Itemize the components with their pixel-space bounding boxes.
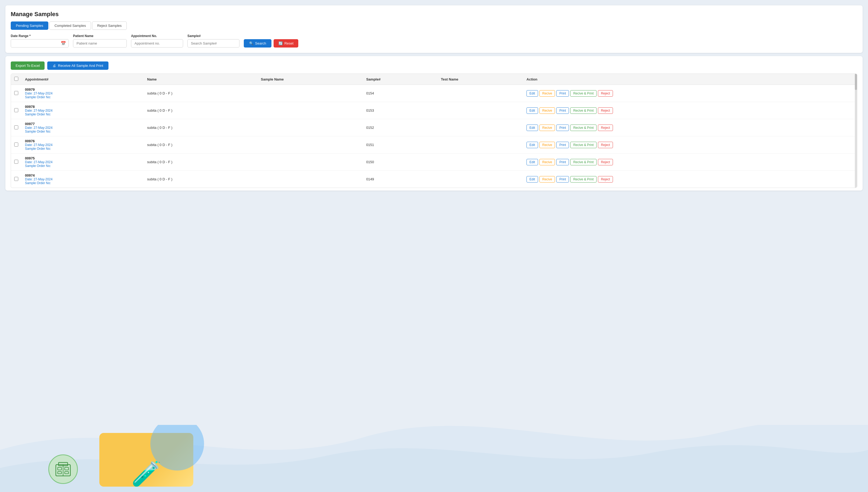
- row-appointment-0: 00979 Date: 27-May-2024 Sample Order No:: [22, 85, 144, 102]
- reject-button-0[interactable]: Reject: [598, 90, 613, 97]
- print-button-2[interactable]: Print: [556, 125, 569, 131]
- row-actions-4: Edit Recive Print Recive & Print Reject: [523, 153, 857, 171]
- svg-rect-6: [65, 472, 69, 474]
- wave-decoration: [0, 425, 868, 492]
- tab-reject[interactable]: Reject Samples: [92, 22, 127, 30]
- receive-button-2[interactable]: Recive: [539, 125, 555, 131]
- receive-all-button[interactable]: 🖨 Receive All Sample And Print: [47, 62, 108, 70]
- tab-completed[interactable]: Completed Samples: [49, 22, 91, 30]
- row-test-name-0: [438, 85, 523, 102]
- patient-name-input[interactable]: [73, 39, 127, 48]
- filter-buttons: 🔍 Search 🔄 Reset: [244, 39, 298, 48]
- print-button-4[interactable]: Print: [556, 159, 569, 165]
- row-appointment-1: 00978 Date: 27-May-2024 Sample Order No:: [22, 102, 144, 119]
- receive-button-0[interactable]: Recive: [539, 90, 555, 97]
- row-checkbox-3[interactable]: [14, 143, 18, 147]
- row-test-name-1: [438, 102, 523, 119]
- row-actions-5: Edit Recive Print Recive & Print Reject: [523, 171, 857, 188]
- row-appointment-3: 00976 Date: 27-May-2024 Sample Order No:: [22, 137, 144, 153]
- edit-button-4[interactable]: Edit: [527, 159, 538, 165]
- receive-print-button-3[interactable]: Recive & Print: [570, 142, 597, 148]
- row-sample-name-4: [258, 153, 363, 171]
- reject-button-2[interactable]: Reject: [598, 125, 613, 131]
- col-select: [11, 74, 22, 85]
- receive-print-button-1[interactable]: Recive & Print: [570, 107, 597, 114]
- col-sample-no: Sample#: [363, 74, 438, 85]
- row-appointment-5: 00974 Date: 27-May-2024 Sample Order No:: [22, 171, 144, 188]
- samples-table: Appointment# Name Sample Name Sample# Te…: [11, 74, 857, 188]
- receive-print-button-0[interactable]: Recive & Print: [570, 90, 597, 97]
- patient-name-group: Patient Name: [73, 34, 127, 48]
- svg-rect-1: [58, 463, 68, 466]
- export-excel-button[interactable]: Export To Excel: [11, 62, 45, 70]
- reject-button-4[interactable]: Reject: [598, 159, 613, 165]
- date-range-group: Date Range * May 19, 2024 - June 17, 202…: [11, 34, 69, 48]
- appointment-no-input[interactable]: [131, 39, 183, 48]
- reject-button-3[interactable]: Reject: [598, 142, 613, 148]
- svg-rect-5: [65, 467, 69, 470]
- green-circle-decoration: [48, 454, 78, 484]
- table-row: 00975 Date: 27-May-2024 Sample Order No:…: [11, 153, 857, 171]
- receive-button-3[interactable]: Recive: [539, 142, 555, 148]
- receive-button-1[interactable]: Recive: [539, 107, 555, 114]
- select-all-checkbox[interactable]: [14, 77, 18, 81]
- svg-rect-0: [56, 465, 70, 476]
- row-actions-0: Edit Recive Print Recive & Print Reject: [523, 85, 857, 102]
- receive-print-button-4[interactable]: Recive & Print: [570, 159, 597, 165]
- row-sample-no-4: 0150: [363, 153, 438, 171]
- row-actions-1: Edit Recive Print Recive & Print Reject: [523, 102, 857, 119]
- row-checkbox-cell: [11, 85, 22, 102]
- reject-button-1[interactable]: Reject: [598, 107, 613, 114]
- row-sample-name-1: [258, 102, 363, 119]
- reset-button[interactable]: 🔄 Reset: [273, 39, 298, 48]
- print-button-3[interactable]: Print: [556, 142, 569, 148]
- row-sample-no-0: 0154: [363, 85, 438, 102]
- row-checkbox-5[interactable]: [14, 177, 18, 181]
- row-sample-name-5: [258, 171, 363, 188]
- search-button[interactable]: 🔍 Search: [244, 39, 271, 48]
- print-button-0[interactable]: Print: [556, 90, 569, 97]
- box-icon: [54, 460, 72, 478]
- samples-table-container: Appointment# Name Sample Name Sample# Te…: [11, 74, 857, 188]
- receive-print-button-5[interactable]: Recive & Print: [570, 176, 597, 182]
- row-actions-2: Edit Recive Print Recive & Print Reject: [523, 119, 857, 137]
- sample-input[interactable]: [187, 39, 240, 48]
- svg-rect-4: [58, 472, 62, 474]
- print-button-1[interactable]: Print: [556, 107, 569, 114]
- scrollbar[interactable]: [855, 74, 857, 188]
- search-icon: 🔍: [249, 41, 254, 45]
- row-checkbox-1[interactable]: [14, 108, 18, 112]
- row-sample-no-2: 0152: [363, 119, 438, 137]
- edit-button-2[interactable]: Edit: [527, 125, 538, 131]
- edit-button-1[interactable]: Edit: [527, 107, 538, 114]
- row-test-name-5: [438, 171, 523, 188]
- date-range-input[interactable]: May 19, 2024 - June 17, 2024: [11, 39, 69, 48]
- row-checkbox-2[interactable]: [14, 125, 18, 129]
- row-actions-3: Edit Recive Print Recive & Print Reject: [523, 137, 857, 153]
- edit-button-0[interactable]: Edit: [527, 90, 538, 97]
- edit-button-5[interactable]: Edit: [527, 176, 538, 182]
- row-sample-no-3: 0151: [363, 137, 438, 153]
- receive-button-5[interactable]: Recive: [539, 176, 555, 182]
- tab-pending[interactable]: Pending Samples: [11, 22, 48, 30]
- row-checkbox-cell: [11, 119, 22, 137]
- col-action: Action: [523, 74, 857, 85]
- row-sample-no-5: 0149: [363, 171, 438, 188]
- row-name-2: subita ( 0 D - F ): [144, 119, 258, 137]
- patient-name-label: Patient Name: [73, 34, 127, 38]
- row-sample-no-1: 0153: [363, 102, 438, 119]
- appointment-no-group: Appointment No.: [131, 34, 183, 48]
- table-row: 00976 Date: 27-May-2024 Sample Order No:…: [11, 137, 857, 153]
- edit-button-3[interactable]: Edit: [527, 142, 538, 148]
- tab-bar: Pending Samples Completed Samples Reject…: [11, 22, 857, 30]
- row-checkbox-0[interactable]: [14, 91, 18, 95]
- receive-button-4[interactable]: Recive: [539, 159, 555, 165]
- print-button-5[interactable]: Print: [556, 176, 569, 182]
- sample-group: Sample#: [187, 34, 240, 48]
- row-appointment-4: 00975 Date: 27-May-2024 Sample Order No:: [22, 153, 144, 171]
- receive-print-button-2[interactable]: Recive & Print: [570, 125, 597, 131]
- page-title: Manage Samples: [11, 11, 857, 18]
- row-name-3: subita ( 0 D - F ): [144, 137, 258, 153]
- reject-button-5[interactable]: Reject: [598, 176, 613, 182]
- row-checkbox-4[interactable]: [14, 160, 18, 164]
